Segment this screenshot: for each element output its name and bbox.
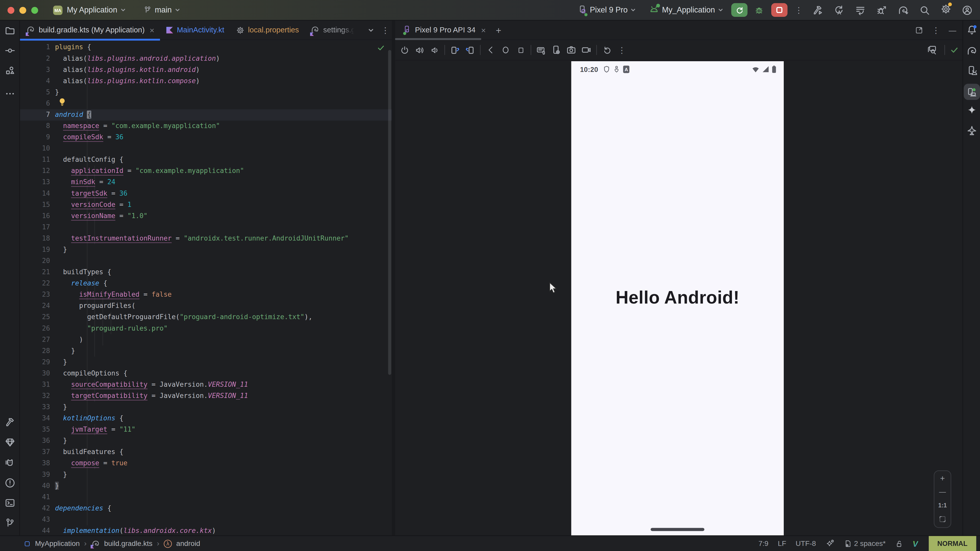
code-line[interactable]: 6 [20,98,392,109]
indent-config[interactable]: 2 spaces* [843,540,886,548]
tab-local-properties[interactable]: local.properties [230,21,304,40]
project-selector[interactable]: My Application [62,3,130,17]
code-line[interactable]: 33 } [20,402,392,413]
tab-build-gradle[interactable]: build.gradle.kts (My Application) × [20,21,160,40]
apply-changes-restart-icon[interactable] [834,5,845,15]
breadcrumb-block[interactable]: android [176,540,200,547]
code-line[interactable]: 40} [20,480,392,492]
device-manager-icon[interactable] [966,65,977,78]
code-line[interactable]: 13 minSdk = 24 [20,177,392,188]
zoom-out-button[interactable]: — [939,489,946,495]
tab-mainactivity[interactable]: MainActivity.kt [160,21,230,40]
running-devices-icon[interactable] [963,84,980,100]
commit-tool-icon[interactable] [4,45,15,59]
code-line[interactable]: 11 defaultConfig { [20,154,392,165]
code-line[interactable]: 14 targetSdk = 36 [20,188,392,199]
tab-options-icon[interactable]: ⋮ [381,25,390,35]
code-line[interactable]: 28 } [20,345,392,357]
caret-position[interactable]: 7:9 [759,540,768,547]
add-device-tab-icon[interactable]: + [496,25,501,35]
volume-up-icon[interactable] [412,43,427,58]
minimize-window-button[interactable] [19,6,26,14]
intention-bulb-icon[interactable] [58,97,66,106]
search-icon[interactable] [919,5,930,15]
code-line[interactable]: 37 buildFeatures { [20,447,392,458]
navigation-pill[interactable] [651,528,704,531]
code-line[interactable]: 15 versionCode = 1 [20,199,392,210]
hidden-tabs-chevron-icon[interactable] [368,27,374,33]
screen-record-icon[interactable] [579,43,594,58]
close-tab-icon[interactable]: × [150,25,154,35]
code-line[interactable]: 44 implementation(libs.androidx.core.ktx… [20,526,392,535]
code-line[interactable]: 39 } [20,469,392,480]
release-plane-icon[interactable] [966,125,977,138]
zoom-in-button[interactable]: + [940,475,945,482]
project-tool-icon[interactable] [4,25,15,38]
more-tools-icon[interactable] [5,86,14,97]
code-line[interactable]: 10 [20,143,392,154]
code-line[interactable]: 36 } [20,435,392,447]
panel-options-icon[interactable]: ⋮ [932,25,940,35]
vim-mode-badge[interactable]: NORMAL [928,536,976,551]
gradle-tool-icon[interactable] [966,45,977,59]
volume-down-icon[interactable] [427,43,442,58]
branch-selector[interactable]: main [138,3,184,17]
hide-panel-icon[interactable]: — [949,26,956,35]
code-line[interactable]: 42dependencies { [20,503,392,514]
line-separator[interactable]: LF [778,540,786,547]
tab-settings-gradle[interactable]: settings.g [304,21,360,40]
code-line[interactable]: 35 jvmTarget = "11" [20,424,392,435]
code-line[interactable]: 21 buildTypes { [20,267,392,278]
rotate-right-icon[interactable] [463,43,477,58]
file-encoding[interactable]: UTF-8 [795,540,816,547]
power-button-icon[interactable] [397,43,412,58]
device-settings-icon[interactable] [549,43,564,58]
code-line[interactable]: 7android { [20,110,392,121]
version-control-icon[interactable] [4,518,15,530]
code-line[interactable]: 8 namespace = "com.example.myapplication… [20,121,392,132]
code-line[interactable]: 16 versionName = "1.0" [20,210,392,222]
code-line[interactable]: 31 sourceCompatibility = JavaVersion.VER… [20,380,392,391]
code-line[interactable]: 23 isMinifyEnabled = false [20,289,392,300]
ai-assistant-status-icon[interactable] [825,539,834,548]
rotate-left-icon[interactable] [447,43,463,58]
device-more-icon[interactable]: ⋮ [614,43,629,58]
build-hammer-icon[interactable] [813,5,823,15]
breadcrumb-file[interactable]: build.gradle.kts [104,540,152,547]
open-in-new-window-icon[interactable] [915,26,923,35]
apply-code-changes-icon[interactable] [855,5,865,15]
code-line[interactable]: 43 [20,514,392,526]
device-tab[interactable]: Pixel 9 Pro API 34 × [395,21,491,40]
problems-icon[interactable] [4,478,15,491]
account-avatar-icon[interactable] [962,5,973,15]
breadcrumb[interactable]: MyApplication › build.gradle.kts › λ and… [24,539,200,548]
run-config-selector[interactable]: My_Application [645,3,728,17]
code-line[interactable]: 3 alias(libs.plugins.kotlin.android) [20,64,392,76]
device-selector[interactable]: Pixel 9 Pro [574,3,640,17]
stop-button[interactable] [771,3,788,17]
code-line[interactable]: 17 [20,222,392,233]
code-line[interactable]: 27 ) [20,334,392,345]
code-line[interactable]: 26 "proguard-rules.pro" [20,323,392,334]
maximize-window-button[interactable] [31,6,38,14]
close-tab-icon[interactable]: × [481,25,486,35]
close-window-button[interactable] [7,6,14,14]
editor-scrollbar[interactable] [388,50,391,375]
code-line[interactable]: 24 proguardFiles( [20,300,392,312]
breadcrumb-project[interactable]: MyApplication [35,540,80,547]
app-quality-insights-icon[interactable] [4,437,15,450]
settings-gear-icon[interactable] [941,3,951,16]
debug-button[interactable] [751,3,767,17]
code-line[interactable]: 41 [20,492,392,503]
hardware-input-icon[interactable] [534,43,549,58]
code-line[interactable]: 38 compose = true [20,458,392,469]
code-line[interactable]: 29 } [20,357,392,368]
reset-device-icon[interactable] [600,43,614,58]
run-more-button[interactable]: ⋮ [791,3,806,17]
code-line[interactable]: 25 getDefaultProguardFile("proguard-andr… [20,312,392,323]
overview-button-icon[interactable] [513,43,528,58]
zoom-fit-button[interactable] [939,515,946,523]
terminal-icon[interactable] [4,498,15,511]
gradle-sync-icon[interactable] [897,4,909,16]
ideavim-icon[interactable]: V [913,539,918,548]
